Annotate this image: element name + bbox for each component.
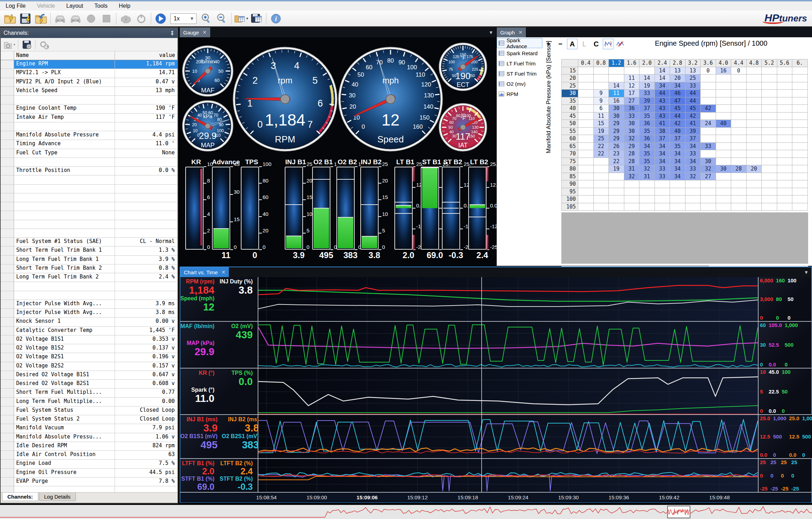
map-cell[interactable] <box>777 180 792 188</box>
map-cell[interactable]: 0 <box>701 67 716 75</box>
map-cell[interactable] <box>593 82 609 90</box>
map-cell[interactable]: 37 <box>639 105 655 113</box>
name-column-header[interactable]: Name <box>14 51 115 60</box>
map-cell[interactable] <box>731 203 747 211</box>
map-cell[interactable]: 28 <box>731 165 747 173</box>
rpm-column-header[interactable]: 3.6 <box>701 59 716 67</box>
map-cell[interactable] <box>716 127 731 135</box>
map-cell[interactable]: 35 <box>670 142 685 150</box>
map-row-header[interactable]: 65 <box>562 142 578 150</box>
map-cell[interactable]: 29 <box>609 127 624 135</box>
map-cell[interactable]: 33 <box>655 165 670 173</box>
map-cell[interactable] <box>655 180 670 188</box>
map-cell[interactable]: 34 <box>655 158 670 165</box>
map-cell[interactable]: 34 <box>670 165 685 173</box>
rpm-column-header[interactable]: 3.2 <box>685 59 701 67</box>
map-cell[interactable] <box>762 82 777 90</box>
map-cell[interactable]: 12 <box>624 82 639 90</box>
channel-row[interactable]: Desired O2 Voltage B1S10.647 v <box>1 371 178 380</box>
map-cell[interactable]: 13 <box>685 67 701 75</box>
map-cell[interactable] <box>762 196 777 203</box>
rpm-column-header[interactable]: 2.8 <box>670 59 685 67</box>
map-cell[interactable] <box>792 135 808 143</box>
map-cell[interactable] <box>746 173 762 180</box>
map-cell[interactable]: 35 <box>639 158 655 165</box>
rpm-column-header[interactable]: 0.8 <box>593 59 609 67</box>
map-cell[interactable]: 23 <box>609 150 624 158</box>
map-row-header[interactable]: 55 <box>562 127 578 135</box>
map-cell[interactable] <box>609 180 624 188</box>
map-cell[interactable] <box>701 75 716 82</box>
channel-row[interactable] <box>1 122 178 131</box>
layout-save-button[interactable] <box>250 12 264 26</box>
row-selector[interactable] <box>1 335 14 344</box>
map-cell[interactable] <box>578 188 594 196</box>
row-selector[interactable] <box>1 300 14 309</box>
chart-plot-area[interactable] <box>258 369 758 414</box>
map-cell[interactable] <box>792 120 808 128</box>
pin-icon[interactable] <box>170 31 175 36</box>
channel-row[interactable]: EVAP Purge7.8 % <box>1 478 178 486</box>
map-cell[interactable] <box>701 196 716 203</box>
map-cell[interactable] <box>731 75 747 82</box>
row-selector[interactable] <box>1 478 14 486</box>
map-cell[interactable] <box>746 90 762 97</box>
map-cell[interactable]: 14 <box>639 75 655 82</box>
map-cell[interactable] <box>593 67 609 75</box>
map-cell[interactable] <box>777 105 792 113</box>
map-cell[interactable] <box>731 82 747 90</box>
map-row-header[interactable]: 80 <box>562 165 578 173</box>
row-selector[interactable] <box>1 264 14 273</box>
row-selector[interactable] <box>1 433 14 442</box>
map-cell[interactable] <box>670 203 685 211</box>
map-cell[interactable]: 34 <box>670 82 685 90</box>
map-cell[interactable] <box>685 188 701 196</box>
map-cell[interactable]: 41 <box>685 120 701 128</box>
map-cell[interactable] <box>731 158 747 165</box>
row-selector[interactable] <box>1 380 14 389</box>
rpm-column-header[interactable]: 4.8 <box>746 59 762 67</box>
channel-row[interactable]: Manifold Absolute Pressu...1.06 v <box>1 433 178 442</box>
map-row-header[interactable]: 95 <box>562 188 578 196</box>
map-row-header[interactable]: 35 <box>562 97 578 105</box>
map-cell[interactable] <box>716 180 731 188</box>
channel-row[interactable] <box>1 202 178 211</box>
map-cell[interactable] <box>762 112 777 120</box>
map-cell[interactable]: 6 <box>593 105 609 113</box>
save-log-button[interactable] <box>18 12 32 26</box>
map-cell[interactable] <box>578 180 594 188</box>
map-cell[interactable]: 36 <box>624 105 639 113</box>
row-selector[interactable] <box>1 104 14 113</box>
channel-row[interactable]: MPVI2 PL A/D Input 2 (Blue)0.47 v <box>1 78 178 87</box>
map-cell[interactable] <box>716 75 731 82</box>
close-icon[interactable]: ✕ <box>518 30 523 35</box>
map-cell[interactable] <box>762 90 777 97</box>
map-cell[interactable]: 33 <box>655 173 670 180</box>
map-cell[interactable]: 28 <box>624 150 639 158</box>
map-cell[interactable] <box>777 196 792 203</box>
map-cell[interactable] <box>762 127 777 135</box>
channel-row[interactable] <box>1 229 178 238</box>
map-cell[interactable]: 29 <box>609 135 624 143</box>
chevron-down-icon[interactable]: ▼ <box>489 30 496 35</box>
map-cell[interactable] <box>639 188 655 196</box>
map-cell[interactable]: 45 <box>685 105 701 113</box>
map-cell[interactable] <box>777 135 792 143</box>
map-cell[interactable] <box>578 142 594 150</box>
map-cell[interactable] <box>578 173 594 180</box>
map-cell[interactable] <box>731 188 747 196</box>
channel-row[interactable] <box>1 175 178 184</box>
map-cell[interactable] <box>593 158 609 165</box>
map-item-st-fuel-trim[interactable]: ST Fuel Trim <box>497 69 542 79</box>
map-cell[interactable] <box>716 158 731 165</box>
map-cell[interactable]: 36 <box>639 135 655 143</box>
map-cell[interactable] <box>731 142 747 150</box>
row-selector[interactable] <box>1 424 14 433</box>
rpm-column-header[interactable]: 2.4 <box>655 59 670 67</box>
map-row-header[interactable]: 90 <box>562 180 578 188</box>
map-cell[interactable] <box>777 97 792 105</box>
map-cell[interactable]: 11 <box>624 75 639 82</box>
map-cell[interactable] <box>593 188 609 196</box>
map-cell[interactable]: 40 <box>716 120 731 128</box>
map-cell[interactable] <box>609 67 624 75</box>
